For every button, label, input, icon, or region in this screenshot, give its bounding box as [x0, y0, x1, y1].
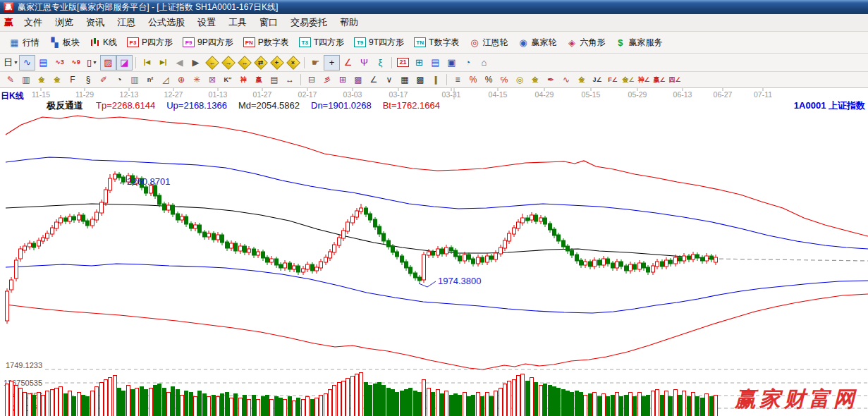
wave-9-button[interactable]: ∿9: [68, 55, 84, 71]
j-angle-tool[interactable]: J∠: [589, 73, 605, 87]
shen-angle-tool[interactable]: 神∠: [636, 73, 652, 87]
pan-left-button[interactable]: ←: [204, 55, 220, 71]
golden-ruler-tool[interactable]: 金: [34, 73, 49, 87]
percent-eq-tool[interactable]: ℅: [496, 73, 512, 87]
angle-tool-button[interactable]: ∠: [340, 55, 356, 71]
brush-tool[interactable]: ✎: [3, 73, 18, 87]
si-angle-tool[interactable]: 四∠: [667, 73, 683, 87]
menu-item-7[interactable]: 窗口: [253, 15, 284, 30]
wave-gold-tool[interactable]: ∿: [558, 73, 574, 87]
golden-ruler2-tool[interactable]: 金: [49, 73, 65, 87]
ruler-123-tool[interactable]: ▤: [267, 73, 282, 87]
e-ruler-tool[interactable]: ≡: [450, 73, 465, 87]
gold-circle-tool[interactable]: ◎: [512, 73, 527, 87]
gann-box-tool[interactable]: ⊟: [304, 73, 319, 87]
last-button[interactable]: ▶|: [155, 55, 171, 71]
shen-ruler-tool[interactable]: 神: [236, 73, 251, 87]
marker-pen-tool[interactable]: ✒: [543, 73, 558, 87]
menu-item-3[interactable]: 江恩: [111, 15, 142, 30]
percent-tool[interactable]: %: [481, 73, 496, 87]
menu-item-4[interactable]: 公式选股: [142, 15, 191, 30]
first-button[interactable]: |◀: [139, 55, 155, 71]
menu-item-2[interactable]: 资讯: [80, 15, 111, 30]
candle-style-button[interactable]: ▯▼: [84, 55, 100, 71]
period-day-button[interactable]: 日▼: [3, 55, 19, 71]
compress-button[interactable]: ⇄: [252, 55, 269, 71]
export-button[interactable]: ◔: [460, 55, 476, 71]
width-arrows-tool[interactable]: ↔: [282, 73, 298, 87]
expand-button-icon: ↔: [238, 56, 252, 70]
wave-3-button[interactable]: ∿3: [51, 55, 68, 71]
menu-item-1[interactable]: 浏览: [49, 15, 80, 30]
v-wave-tool[interactable]: ∨: [381, 73, 397, 87]
notes-button[interactable]: ▤: [427, 55, 444, 71]
f-angle-tool[interactable]: F∠: [605, 73, 621, 87]
toolbar-p-table-button[interactable]: PNP数字表: [238, 35, 294, 51]
pattern-box-button[interactable]: ▨: [100, 55, 116, 71]
grid-web-tool[interactable]: ⊠: [204, 73, 220, 87]
calculator-button[interactable]: ⊞: [411, 55, 427, 71]
scale-ruler-tool[interactable]: ▥: [127, 73, 142, 87]
fan-lines-tool[interactable]: 彡: [319, 73, 335, 87]
n-square-tool[interactable]: n²: [142, 73, 158, 87]
network-button[interactable]: ⌂: [476, 55, 492, 71]
toolbar-kline-button[interactable]: K线: [85, 35, 122, 51]
wave-tool-button[interactable]: ξ: [372, 55, 389, 71]
zoom-in-button[interactable]: +: [269, 55, 285, 71]
parallel-lines-tool[interactable]: ∥: [428, 73, 444, 87]
marker-brush-tool[interactable]: ✐: [96, 73, 111, 87]
spiral-tool[interactable]: §: [80, 73, 96, 87]
gold-angle-tool[interactable]: 金: [574, 73, 589, 87]
crosshair-button[interactable]: +: [324, 55, 340, 71]
gold-line-tool[interactable]: 金: [527, 73, 543, 87]
angle-set-tool[interactable]: ∠: [366, 73, 381, 87]
percent-line-tool[interactable]: %: [465, 73, 481, 87]
set-square-tool[interactable]: ◿: [158, 73, 173, 87]
calendar-button[interactable]: 21: [395, 55, 411, 71]
toolbar-label: 江恩轮: [482, 37, 508, 49]
prev-button[interactable]: ◀: [171, 55, 188, 71]
toolbar-winner-wheel-button[interactable]: ◉赢家轮: [513, 35, 561, 51]
kline-chart-canvas[interactable]: 11-1511-2912-1312-2701-1301-2702-1703-03…: [0, 88, 868, 416]
chart-area[interactable]: 11-1511-2912-1312-2701-1301-2702-1703-03…: [0, 88, 868, 416]
menu-item-6[interactable]: 工具: [222, 15, 253, 30]
hand-tool-button[interactable]: ☛: [307, 55, 324, 71]
menu-item-9[interactable]: 帮助: [334, 15, 365, 30]
grid-dense-tool[interactable]: ▦: [397, 73, 412, 87]
flag-chart-button[interactable]: ◪: [116, 55, 133, 71]
save-button[interactable]: ▣: [444, 55, 460, 71]
zoom-out-button[interactable]: ×: [285, 55, 301, 71]
grid-dense2-tool[interactable]: ▩: [412, 73, 428, 87]
menu-item-5[interactable]: 设置: [191, 15, 222, 30]
next-button[interactable]: ▶: [188, 55, 204, 71]
toolbar-hexagon-button[interactable]: ◈六角形: [561, 35, 610, 51]
toolbar-t-table-button[interactable]: TNT数字表: [409, 35, 464, 51]
ying-ruler-tool[interactable]: 赢: [251, 73, 267, 87]
k-mark-tool[interactable]: K″: [220, 73, 236, 87]
toolbar-gann-wheel-button[interactable]: ◎江恩轮: [464, 35, 513, 51]
time-cycle-tool[interactable]: ◔: [111, 73, 127, 87]
menu-item-0[interactable]: 文件: [18, 15, 49, 30]
expand-button[interactable]: ↔: [236, 55, 252, 71]
star-web-tool[interactable]: ✳: [189, 73, 204, 87]
toolbar-t-square-button[interactable]: T3T四方形: [294, 35, 349, 51]
menu-item-8[interactable]: 交易委托: [284, 15, 334, 30]
chart-wave-button[interactable]: ∿: [19, 55, 35, 71]
toolbar-sectors-button[interactable]: ▚板块: [44, 35, 85, 51]
toolbar-9t-square-button[interactable]: T99T四方形: [349, 35, 409, 51]
toolbar-9p-square-button[interactable]: P99P四方形: [178, 35, 238, 51]
toolbar-winner-service-button[interactable]: $赢家服务: [610, 35, 667, 51]
fan-box-tool[interactable]: ⊞: [335, 73, 350, 87]
toolbar-p-square-button[interactable]: P3P四方形: [122, 35, 178, 51]
compass-tool[interactable]: ⊕: [173, 73, 189, 87]
toolbar-quotes-button[interactable]: ▦行情: [4, 35, 44, 51]
net-box-tool[interactable]: ▩: [350, 73, 366, 87]
jin-angle-tool[interactable]: 金∠: [621, 73, 636, 87]
ying-angle-tool[interactable]: 赢∠: [652, 73, 667, 87]
ruler-tool[interactable]: ▥: [18, 73, 34, 87]
toolbar-label: 9P四方形: [197, 37, 233, 49]
gann-tool-button[interactable]: Ψ: [356, 55, 372, 71]
f-ruler-tool[interactable]: F: [65, 73, 80, 87]
pan-right-button[interactable]: →: [220, 55, 236, 71]
info-doc-button[interactable]: ▤: [35, 55, 51, 71]
